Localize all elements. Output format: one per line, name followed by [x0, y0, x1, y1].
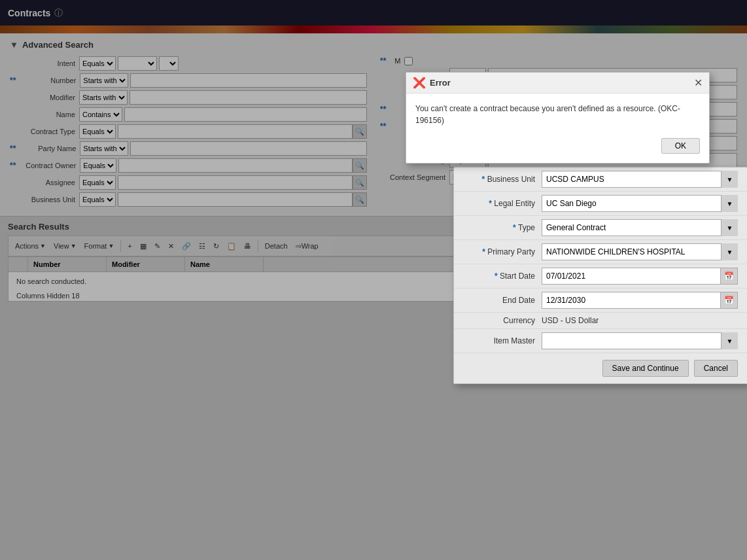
business-unit-select[interactable]: UCSD CAMPUS	[542, 171, 738, 188]
dialog-footer: Save and Continue Cancel	[454, 353, 747, 383]
end-date-form-label: End Date	[463, 296, 535, 305]
end-date-wrapper: 📅	[542, 292, 738, 309]
business-unit-dropdown-arrow[interactable]: ▼	[721, 171, 738, 188]
legal-entity-field: UC San Diego ▼	[542, 195, 738, 212]
cancel-button[interactable]: Cancel	[694, 360, 738, 377]
save-continue-button[interactable]: Save and Continue	[602, 360, 689, 377]
currency-form-row: Currency USD - US Dollar	[454, 313, 747, 329]
type-select-wrapper: General Contract ▼	[542, 219, 738, 236]
type-dropdown-arrow[interactable]: ▼	[721, 219, 738, 236]
end-date-calendar-icon[interactable]: 📅	[721, 292, 738, 309]
create-contract-dialog: * Business Unit UCSD CAMPUS ▼ * Legal En…	[453, 167, 747, 384]
primary-party-dropdown-arrow[interactable]: ▼	[721, 243, 738, 260]
error-actions: OK	[406, 133, 709, 163]
item-master-form-row: Item Master ▼	[454, 329, 747, 353]
type-form-row: * Type General Contract ▼	[454, 216, 747, 240]
primary-party-select[interactable]: NATIONWIDE CHILDREN'S HOSPITAL	[542, 243, 738, 260]
start-date-form-row: * Start Date 📅	[454, 264, 747, 289]
type-select[interactable]: General Contract	[542, 219, 738, 236]
business-unit-field: UCSD CAMPUS ▼	[542, 171, 738, 188]
item-master-select[interactable]	[542, 332, 738, 349]
start-date-wrapper: 📅	[542, 268, 738, 285]
start-date-form-label: * Start Date	[463, 271, 535, 281]
end-date-field: 📅	[542, 292, 738, 309]
ok-button[interactable]: OK	[661, 138, 700, 154]
end-date-form-row: End Date 📅	[454, 289, 747, 313]
currency-value: USD - US Dollar	[542, 316, 599, 325]
legal-entity-required-mark: *	[489, 199, 494, 208]
primary-party-form-row: * Primary Party NATIONWIDE CHILDREN'S HO…	[454, 240, 747, 264]
primary-party-field: NATIONWIDE CHILDREN'S HOSPITAL ▼	[542, 243, 738, 260]
business-unit-form-row: * Business Unit UCSD CAMPUS ▼	[454, 167, 747, 192]
error-dialog-close-button[interactable]: ✕	[694, 78, 703, 88]
start-date-field: 📅	[542, 268, 738, 285]
primary-party-required-mark: *	[482, 247, 487, 256]
start-date-date-input[interactable]	[542, 268, 721, 285]
legal-entity-form-label: * Legal Entity	[463, 199, 535, 208]
error-message-text: You can't create a contract because you …	[415, 104, 680, 125]
item-master-form-label: Item Master	[463, 336, 535, 345]
error-circle-icon: ❌	[413, 77, 426, 89]
item-master-field: ▼	[542, 332, 738, 349]
legal-entity-select-wrapper: UC San Diego ▼	[542, 195, 738, 212]
currency-form-label: Currency	[463, 316, 535, 325]
end-date-date-input[interactable]	[542, 292, 721, 309]
business-unit-form-label: * Business Unit	[463, 175, 535, 184]
business-unit-required-mark: *	[482, 175, 487, 184]
item-master-select-wrapper: ▼	[542, 332, 738, 349]
start-date-required-mark: *	[495, 271, 500, 281]
error-title-text: Error	[430, 78, 451, 88]
legal-entity-select[interactable]: UC San Diego	[542, 195, 738, 212]
error-dialog-header: ❌ Error ✕	[406, 73, 709, 94]
type-field: General Contract ▼	[542, 219, 738, 236]
type-required-mark: *	[513, 223, 518, 232]
error-dialog: ❌ Error ✕ You can't create a contract be…	[406, 72, 710, 164]
legal-entity-dropdown-arrow[interactable]: ▼	[721, 195, 738, 212]
currency-field: USD - US Dollar	[542, 316, 738, 325]
start-date-calendar-icon[interactable]: 📅	[721, 268, 738, 285]
primary-party-select-wrapper: NATIONWIDE CHILDREN'S HOSPITAL ▼	[542, 243, 738, 260]
error-dialog-title: ❌ Error	[413, 77, 451, 89]
error-body: You can't create a contract because you …	[406, 94, 709, 133]
primary-party-form-label: * Primary Party	[463, 247, 535, 256]
item-master-dropdown-arrow[interactable]: ▼	[721, 332, 738, 349]
business-unit-select-wrapper: UCSD CAMPUS ▼	[542, 171, 738, 188]
type-form-label: * Type	[463, 223, 535, 232]
legal-entity-form-row: * Legal Entity UC San Diego ▼	[454, 192, 747, 216]
